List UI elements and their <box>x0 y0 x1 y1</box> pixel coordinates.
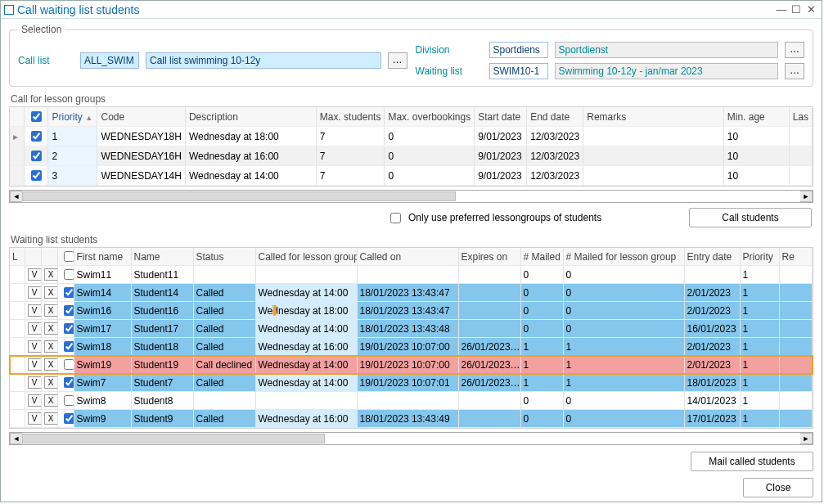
student-row[interactable]: VXSwim19Student19Call declinedWednesday … <box>10 356 813 374</box>
division-browse-button[interactable]: … <box>785 42 804 58</box>
delete-button[interactable]: X <box>44 322 58 335</box>
scroll-right-icon[interactable]: ► <box>800 433 813 444</box>
minimize-button[interactable]: — <box>774 3 789 16</box>
view-button[interactable]: V <box>28 394 42 407</box>
call-students-button[interactable]: Call students <box>689 208 812 227</box>
student-row-checkbox[interactable] <box>64 269 74 280</box>
delete-button[interactable]: X <box>44 340 58 353</box>
view-button[interactable]: V <box>28 268 42 281</box>
calllist-desc[interactable]: Call list swimming 10-12y <box>146 52 381 69</box>
waitinglist-code: SWIM10-1 <box>489 63 548 79</box>
lessongroups-label: Call for lesson groups <box>11 93 813 105</box>
selection-legend: Selection <box>18 24 65 35</box>
division-label: Division <box>416 44 483 56</box>
preferred-only-checkbox[interactable] <box>390 213 401 223</box>
app-icon <box>4 5 14 15</box>
col-end-date[interactable]: End date <box>527 107 583 127</box>
col-priority-s[interactable]: Priority <box>740 248 779 266</box>
groups-select-all[interactable] <box>31 111 42 122</box>
calllist-code[interactable]: ALL_SWIM <box>80 52 139 69</box>
waitinglist-label: Waiting list <box>416 65 483 77</box>
student-row[interactable]: VXSwim17Student17CalledWednesday at 14:0… <box>10 320 813 338</box>
window-title: Call waiting list students <box>17 3 139 16</box>
student-row-checkbox[interactable] <box>64 413 74 424</box>
calllist-label: Call list <box>18 55 74 66</box>
col-mailed-group[interactable]: # Mailed for lesson group <box>563 248 684 266</box>
view-button[interactable]: V <box>28 304 42 317</box>
view-button[interactable]: V <box>28 340 42 353</box>
view-button[interactable]: V <box>28 322 42 335</box>
group-row[interactable]: 2WEDNESDAY16HWednesday at 16:00709/01/20… <box>10 146 813 166</box>
mail-called-students-button[interactable]: Mail called students <box>691 452 813 471</box>
delete-button[interactable]: X <box>44 376 58 389</box>
view-button[interactable]: V <box>28 286 42 299</box>
view-button[interactable]: V <box>28 358 42 371</box>
group-row-checkbox[interactable] <box>31 131 42 142</box>
delete-button[interactable]: X <box>44 268 58 281</box>
group-row[interactable]: ▸1WEDNESDAY18HWednesday at 18:00709/01/2… <box>10 127 813 146</box>
col-min-age[interactable]: Min. age <box>723 107 789 127</box>
col-max-overbookings[interactable]: Max. overbookings <box>385 107 475 127</box>
delete-button[interactable]: X <box>44 358 58 371</box>
student-row-checkbox[interactable] <box>64 287 74 298</box>
maximize-button[interactable]: ☐ <box>789 3 804 16</box>
col-description[interactable]: Description <box>185 107 316 127</box>
calllist-browse-button[interactable]: … <box>388 52 407 69</box>
division-desc: Sportdienst <box>555 42 779 58</box>
student-row-checkbox[interactable] <box>64 323 74 334</box>
groups-hscrollbar[interactable]: ◄ ► <box>9 190 813 203</box>
waitinglist-browse-button[interactable]: … <box>785 63 804 79</box>
col-status[interactable]: Status <box>193 248 255 266</box>
col-name[interactable]: Name <box>131 248 193 266</box>
title-bar: Call waiting list students — ☐ ✕ <box>1 1 822 19</box>
sort-asc-icon: ▲ <box>85 114 92 122</box>
student-row[interactable]: VXSwim18Student18CalledWednesday at 16:0… <box>10 338 813 356</box>
student-row[interactable]: VXSwim8Student80014/01/20231 <box>10 392 813 410</box>
students-hscrollbar[interactable]: ◄ ► <box>9 432 813 445</box>
col-first-name[interactable]: First name <box>74 248 131 266</box>
scroll-left-icon[interactable]: ◄ <box>10 433 22 444</box>
student-row[interactable]: VXSwim14Student14CalledWednesday at 14:0… <box>10 284 813 302</box>
col-start-date[interactable]: Start date <box>475 107 527 127</box>
student-row-checkbox[interactable] <box>64 359 74 370</box>
students-label: Waiting list students <box>11 234 813 245</box>
group-row-checkbox[interactable] <box>31 151 42 161</box>
delete-button[interactable]: X <box>44 412 58 425</box>
group-row-checkbox[interactable] <box>31 170 42 181</box>
close-window-button[interactable]: ✕ <box>804 3 818 16</box>
lessongroups-grid[interactable]: Priority ▲ Code Description Max. student… <box>9 106 813 187</box>
col-priority[interactable]: Priority ▲ <box>48 107 97 127</box>
student-row[interactable]: VXSwim11Student11001 <box>10 266 813 284</box>
col-mailed[interactable]: # Mailed <box>520 248 563 266</box>
col-last[interactable]: Las <box>789 107 812 127</box>
student-row-checkbox[interactable] <box>64 341 74 352</box>
col-remarks[interactable]: Remarks <box>583 107 724 127</box>
col-called-for[interactable]: Called for lesson group <box>255 248 357 266</box>
students-select-all[interactable] <box>64 251 74 262</box>
preferred-only-label: Only use preferred lessongroups of stude… <box>408 212 601 223</box>
col-entry-date[interactable]: Entry date <box>684 248 740 266</box>
col-re[interactable]: Re <box>779 248 813 266</box>
students-grid[interactable]: L First name Name Status Called for less… <box>9 247 813 429</box>
view-button[interactable]: V <box>28 412 42 425</box>
view-button[interactable]: V <box>28 376 42 389</box>
student-row-checkbox[interactable] <box>64 305 74 316</box>
student-row-checkbox[interactable] <box>64 377 74 388</box>
students-corner[interactable]: L <box>10 248 25 266</box>
student-row[interactable]: VXSwim16Student16CalledWednesday at 18:0… <box>10 302 813 320</box>
close-button[interactable]: Close <box>743 478 813 497</box>
selection-group: Selection Call list ALL_SWIM Call list s… <box>9 24 813 87</box>
student-row[interactable]: VXSwim9Student9CalledWednesday at 16:001… <box>10 410 813 428</box>
delete-button[interactable]: X <box>44 394 58 407</box>
col-called-on[interactable]: Called on <box>357 248 458 266</box>
scroll-right-icon[interactable]: ► <box>800 191 813 202</box>
group-row[interactable]: 3WEDNESDAY14HWednesday at 14:00709/01/20… <box>10 166 813 186</box>
col-code[interactable]: Code <box>97 107 185 127</box>
col-max-students[interactable]: Max. students <box>316 107 385 127</box>
col-expires-on[interactable]: Expires on <box>458 248 520 266</box>
delete-button[interactable]: X <box>44 304 58 317</box>
scroll-left-icon[interactable]: ◄ <box>10 191 22 202</box>
student-row[interactable]: VXSwim7Student7CalledWednesday at 14:001… <box>10 374 813 392</box>
student-row-checkbox[interactable] <box>64 395 74 406</box>
delete-button[interactable]: X <box>44 286 58 299</box>
